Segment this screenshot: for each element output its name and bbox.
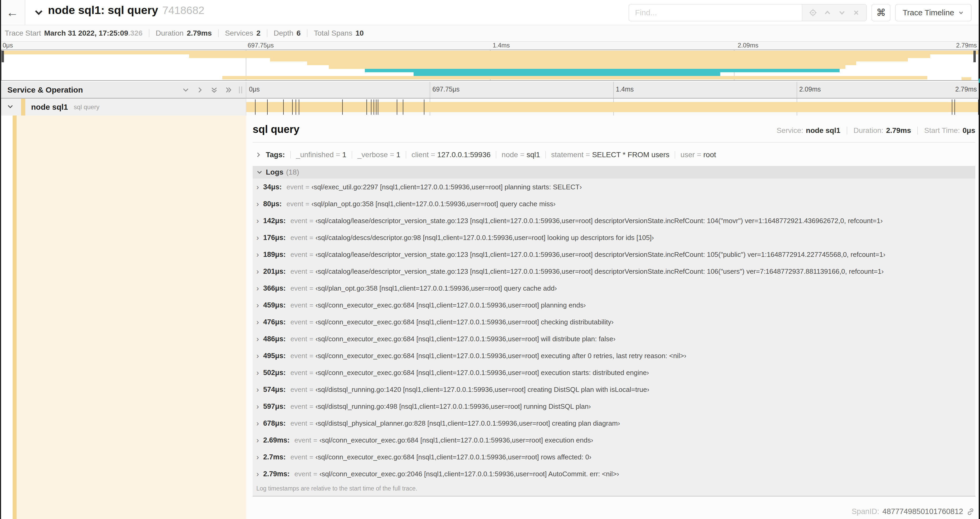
log-row[interactable]: ›486μs:event=‹sql/conn_executor_exec.go:… [253, 331, 975, 347]
log-expand-chevron-icon[interactable]: › [256, 234, 259, 241]
log-expand-chevron-icon[interactable]: › [256, 437, 259, 444]
log-equals: = [309, 284, 313, 292]
log-expand-chevron-icon[interactable]: › [256, 200, 259, 207]
minimap-span-band [2, 51, 978, 54]
tag-equals: = [520, 150, 524, 159]
next-match-icon[interactable] [838, 9, 846, 17]
log-marker-tick [424, 99, 425, 115]
log-row[interactable]: ›502μs:event=‹sql/conn_executor_exec.go:… [253, 364, 975, 381]
tag-separator [675, 151, 675, 158]
locate-match-icon[interactable] [809, 9, 817, 17]
log-field-value: ‹sql/conn_executor_exec.go:684 [nsql1,cl… [315, 453, 591, 461]
summary-value: March 31 2022, 17:25:09 [44, 29, 128, 37]
expand-all-icon[interactable] [225, 86, 232, 94]
log-field-key: event [294, 470, 312, 478]
log-expand-chevron-icon[interactable]: › [256, 251, 259, 258]
log-row[interactable]: ›366μs:event=‹sql/plan_opt.go:358 [nsql1… [253, 280, 975, 297]
summary-value: 2.79ms [187, 29, 212, 37]
log-row[interactable]: ›142μs:event=‹sql/catalog/lease/descript… [253, 212, 975, 229]
log-marker-tick [374, 99, 374, 115]
log-expand-chevron-icon[interactable]: › [256, 285, 259, 292]
tag-equals: = [431, 150, 435, 159]
log-expand-chevron-icon[interactable]: › [256, 454, 259, 460]
log-timestamp: 2.79ms: [263, 470, 290, 478]
log-row[interactable]: ›201μs:event=‹sql/catalog/lease/descript… [253, 263, 975, 280]
log-expand-chevron-icon[interactable]: › [256, 217, 259, 224]
log-row[interactable]: ›459μs:event=‹sql/conn_executor_exec.go:… [253, 297, 975, 313]
collapse-one-icon[interactable] [182, 86, 189, 94]
minimap-span-band [414, 72, 720, 76]
span-detail-panel: sql query Service:node sql1Duration:2.79… [0, 115, 980, 519]
log-expand-chevron-icon[interactable]: › [256, 302, 259, 308]
expand-one-icon[interactable] [196, 86, 204, 94]
meta-label: Duration: [854, 126, 884, 135]
trace-view-selector[interactable]: Trace Timeline [895, 4, 972, 21]
tag-value: 1 [396, 150, 401, 159]
span-duration-bar[interactable] [246, 102, 978, 112]
log-row[interactable]: ›80μs:event=‹sql/plan_opt.go:358 [nsql1,… [253, 195, 975, 212]
log-expand-chevron-icon[interactable]: › [256, 352, 259, 359]
chevron-down-icon [958, 10, 964, 16]
log-timestamp: 486μs: [263, 335, 286, 343]
log-field-value: ‹sql/distsql_running.go:1420 [nsql1,clie… [315, 386, 649, 394]
log-expand-chevron-icon[interactable]: › [256, 335, 259, 342]
find-input[interactable] [629, 5, 802, 21]
log-expand-chevron-icon[interactable]: › [256, 403, 259, 410]
log-expand-chevron-icon[interactable]: › [256, 268, 259, 275]
log-row[interactable]: ›495μs:event=‹sql/conn_executor_exec.go:… [253, 347, 975, 364]
find-control [628, 4, 867, 21]
tags-accordion[interactable]: Tags: _unfinished=1_verbose=1client=127.… [255, 150, 975, 159]
prev-match-icon[interactable] [824, 9, 831, 17]
tags-expand-chevron-icon [255, 152, 262, 158]
clear-search-icon[interactable] [853, 9, 860, 16]
summary-label: Trace Start [5, 29, 41, 37]
log-expand-chevron-icon[interactable]: › [256, 471, 259, 477]
log-row[interactable]: ›2.69ms:event=‹sql/conn_executor_exec.go… [253, 432, 975, 449]
log-row[interactable]: ›2.7ms:event=‹sql/conn_executor_exec.go:… [253, 449, 975, 465]
log-timestamp: 189μs: [263, 251, 286, 259]
log-expand-chevron-icon[interactable]: › [256, 184, 259, 190]
span-row-name-column[interactable]: node sql1 sql query [0, 99, 246, 115]
log-equals: = [305, 200, 309, 208]
minimap-span-band [222, 76, 928, 79]
detail-row-tint [17, 115, 246, 519]
log-row[interactable]: ›189μs:event=‹sql/catalog/lease/descript… [253, 246, 975, 263]
back-button[interactable]: ← [0, 0, 25, 25]
span-color-stripe [21, 99, 25, 115]
log-row[interactable]: ›597μs:event=‹sql/distsql_running.go:498… [253, 398, 975, 415]
trace-summary-bar: Trace StartMarch 31 2022, 17:25:09.326Du… [0, 25, 980, 42]
log-field-value: ‹sql/distsql_physical_planner.go:828 [ns… [315, 419, 620, 428]
log-row[interactable]: ›476μs:event=‹sql/conn_executor_exec.go:… [253, 313, 975, 331]
minimap-right-scrubber-handle[interactable] [974, 51, 976, 62]
log-row[interactable]: ›678μs:event=‹sql/distsql_physical_plann… [253, 415, 975, 432]
minimap-left-scrubber-handle[interactable] [2, 51, 4, 62]
log-row[interactable]: ›2.79ms:event=‹sql/conn_executor_exec.go… [253, 465, 975, 482]
trace-collapse-chevron-icon[interactable] [34, 7, 44, 18]
window-right-edge [979, 0, 980, 519]
keyboard-shortcuts-button[interactable]: ⌘ [872, 4, 891, 21]
log-field-key: event [291, 453, 307, 461]
deep-link-icon[interactable] [966, 508, 975, 516]
log-expand-chevron-icon[interactable]: › [256, 369, 259, 376]
logs-header[interactable]: Logs (18) [253, 166, 975, 179]
log-expand-chevron-icon[interactable]: › [256, 386, 259, 393]
minimap-span-band [270, 58, 908, 62]
tag-separator [290, 151, 291, 158]
timeline-ruler: 0μs697.75μs1.4ms2.09ms2.79ms [246, 82, 980, 98]
log-expand-chevron-icon[interactable]: › [256, 420, 259, 427]
log-equals: = [309, 369, 313, 377]
log-timestamp: 476μs: [263, 318, 286, 326]
collapse-all-icon[interactable] [210, 86, 218, 94]
tag-separator [352, 151, 352, 158]
trace-id: 7418682 [162, 4, 204, 16]
service-operation-title: Service & Operation [7, 85, 182, 94]
span-row[interactable]: node sql1 sql query [0, 99, 980, 115]
span-collapse-chevron-icon[interactable] [7, 103, 14, 111]
tag-value: 127.0.0.1:59936 [438, 150, 490, 159]
log-row[interactable]: ›176μs:event=‹sql/catalog/descs/descript… [253, 229, 975, 246]
minimap-canvas[interactable] [1, 50, 979, 81]
column-resizer-handle[interactable] [239, 86, 242, 93]
log-row[interactable]: ›574μs:event=‹sql/distsql_running.go:142… [253, 381, 975, 398]
log-row[interactable]: ›34μs:event=‹sql/exec_util.go:2297 [nsql… [253, 179, 975, 195]
log-expand-chevron-icon[interactable]: › [256, 319, 259, 326]
